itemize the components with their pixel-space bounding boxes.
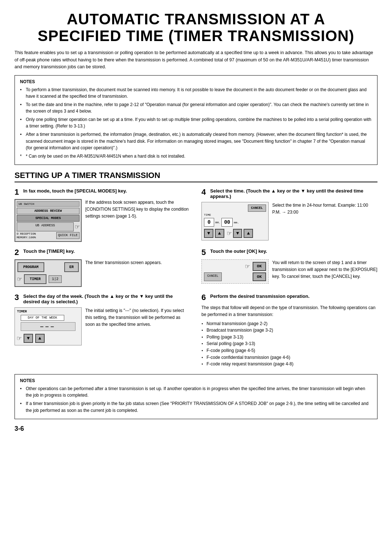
step-3-header: 3 Select the day of the week. (Touch the… [15, 293, 191, 304]
notes-list-bottom: ● Other operations can be performed afte… [20, 385, 372, 414]
ok-button[interactable]: OK [253, 272, 266, 281]
bullet-item: ● Polling (page 3-13) [201, 334, 377, 341]
step-4: 4 Select the time. (Touch the ▲ key or t… [201, 188, 377, 242]
step-4-text: Select the time in 24-hour format. Examp… [272, 202, 377, 215]
step-1-ui: UB SWITCH ADDRESS REVIEW SPECIAL MODES U… [15, 199, 82, 242]
notes-box-bottom: NOTES ● Other operations can be performe… [15, 374, 377, 419]
bullet-item: ● Broadcast transmission (page 3-2) [201, 327, 377, 334]
step-5-text: You will return to the screen of step 1 … [272, 259, 377, 280]
note-item: ● If a timer transmission job is given p… [20, 400, 372, 414]
notes-title-top: NOTES [20, 79, 372, 84]
step-2: 2 Touch the [TIMER] key. PROGRAM ER ☞ TI… [15, 248, 191, 287]
cancel-button[interactable]: CANCEL [204, 272, 222, 281]
bullet-item: ● F-code polling (page 4-5) [201, 347, 377, 354]
step-2-header: 2 Touch the [TIMER] key. [15, 248, 191, 256]
note-item: ● Only one polling timer operation can b… [20, 116, 372, 130]
note-item-star: * * Can only be used on the AR-M351N/AR-… [20, 153, 372, 160]
note-item: ● To set the date and time in the machin… [20, 101, 372, 115]
note-item: ● After a timer transmission is performe… [20, 131, 372, 151]
bullet-item: ● Serial polling (page 3-13) [201, 340, 377, 347]
step-6-bullets: ● Normal transmission (page 2-2) ● Broad… [201, 320, 377, 368]
note-item: ● To perform a timer transmission, the d… [20, 86, 372, 100]
page-number: 3-6 [15, 425, 377, 433]
step-5-header: 5 Touch the outer [OK] key. [201, 248, 377, 256]
step-3-text: The initial setting is "---" (no selecti… [85, 307, 191, 328]
cancel-time-button[interactable]: CANCEL [248, 204, 266, 212]
step-2-ui: PROGRAM ER ☞ TIMER 1|2 [15, 259, 82, 287]
step-6: 6 Perform the desired transmission opera… [201, 293, 377, 367]
notes-title-bottom: NOTES [20, 378, 372, 383]
step-2-text: The timer transmission screen appears. [85, 259, 162, 266]
step-3-number: 3 [15, 293, 21, 301]
step-4-ui: CANCEL TIME 0 HH. 00 mm. ▼ ▲ ☞ ▼ ▲ [201, 202, 269, 240]
note-item: ● Other operations can be performed afte… [20, 385, 372, 399]
bullet-item: ● Normal transmission (page 2-2) [201, 320, 377, 327]
step-3-ui: TIMER DAY OF THE WEEK ——— ☞ ▼ ▲ [15, 307, 82, 345]
page-title: AUTOMATIC TRANSMISSION AT A SPECIFIED TI… [15, 11, 377, 44]
step-6-number: 6 [201, 293, 208, 301]
step-5-ui: ☞ OK CANCEL OK [201, 259, 269, 284]
step-6-text: The steps that follow will depend on the… [201, 304, 377, 318]
bullet-item: ● F-code relay request transmission (pag… [201, 361, 377, 368]
section-title: SETTING UP A TIMER TRANSMISSION [15, 171, 377, 182]
intro-text: This feature enables you to set up a tra… [15, 49, 377, 70]
step-5-number: 5 [201, 248, 208, 256]
step-6-header: 6 Perform the desired transmission opera… [201, 293, 377, 301]
notes-box-top: NOTES ● To perform a timer transmission,… [15, 75, 377, 165]
bullet-item: ● F-code confidential transmission (page… [201, 354, 377, 361]
step-3: 3 Select the day of the week. (Touch the… [15, 293, 191, 367]
step-1: 1 In fax mode, touch the [SPECIAL MODES]… [15, 188, 191, 242]
step-2-number: 2 [15, 248, 21, 256]
step-4-header: 4 Select the time. (Touch the ▲ key or t… [201, 188, 377, 199]
step-1-text: If the address book screen appears, touc… [85, 199, 191, 219]
step-1-header: 1 In fax mode, touch the [SPECIAL MODES]… [15, 188, 191, 196]
notes-list-top: ● To perform a timer transmission, the d… [20, 86, 372, 160]
step-4-number: 4 [201, 188, 208, 196]
step-1-number: 1 [15, 188, 21, 196]
step-5: 5 Touch the outer [OK] key. ☞ OK CANCEL … [201, 248, 377, 287]
